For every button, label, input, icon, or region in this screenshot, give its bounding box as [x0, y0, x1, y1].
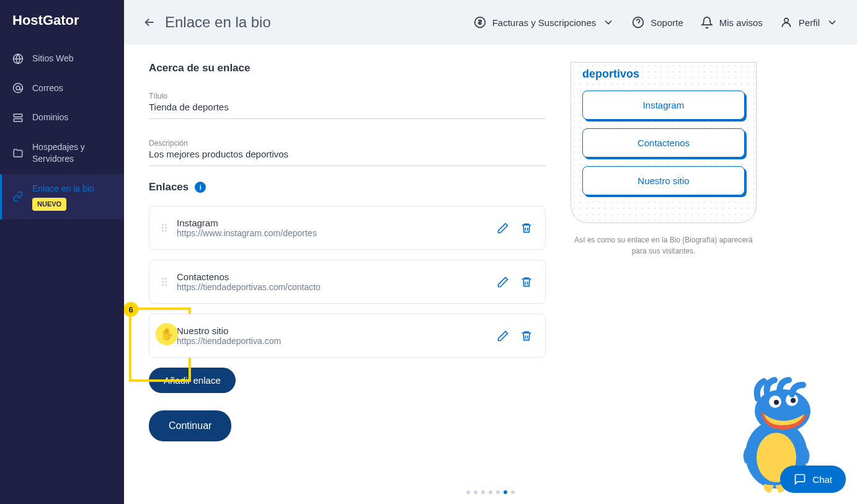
bell-icon: [701, 16, 713, 29]
sidebar-item-hosting[interactable]: Hospedajes y Servidores: [0, 133, 124, 174]
info-icon[interactable]: i: [195, 182, 206, 193]
page-title: Enlace en la bio: [165, 14, 271, 31]
link-url: https://www.instagram.com/deportes: [177, 228, 487, 238]
sidebar-item-label: Sitios Web: [32, 53, 74, 65]
sidebar-item-label: Dominios: [32, 112, 68, 124]
field-value: Los mejores productos deportivos: [149, 149, 546, 159]
preview-link: Contactenos: [582, 128, 745, 157]
arrow-left-icon: [143, 15, 156, 29]
at-icon: [12, 82, 24, 94]
title-field[interactable]: Título Tienda de deportes: [149, 87, 546, 119]
trash-icon[interactable]: [520, 276, 533, 288]
svg-point-1: [14, 84, 23, 93]
tour-step-number: 6: [124, 302, 138, 317]
trash-icon[interactable]: [520, 222, 533, 234]
sidebar-item-label: Correos: [32, 82, 63, 95]
form-column: Acerca de su enlace Título Tienda de dep…: [149, 62, 546, 487]
server-icon: [12, 112, 24, 123]
chevron-down-icon: [826, 16, 838, 29]
phone-preview: deportivos Instagram Contactenos Nuestro…: [571, 62, 757, 223]
topbar-billing[interactable]: Facturas y Suscripciones: [474, 16, 615, 29]
svg-point-12: [774, 400, 779, 405]
sidebar: HostGator Sitios Web Correos Dominios Ho…: [0, 0, 124, 504]
link-card: Contactenos https://tiendadeportivas.com…: [149, 260, 546, 304]
sidebar-item-biolink[interactable]: Enlace en la bio NUEVO: [0, 174, 124, 219]
sidebar-item-label: Hospedajes y Servidores: [32, 141, 112, 166]
new-badge: NUEVO: [32, 198, 66, 211]
user-icon: [780, 16, 793, 29]
link-name: Nuestro sitio: [177, 325, 487, 336]
chevron-down-icon: [602, 16, 615, 29]
about-heading: Acerca de su enlace: [149, 62, 546, 74]
preview-headline: deportivos: [582, 63, 745, 91]
sidebar-item-emails[interactable]: Correos: [0, 74, 124, 104]
topbar: Enlace en la bio Facturas y Suscripcione…: [124, 0, 857, 45]
drag-handle-icon[interactable]: [162, 224, 167, 232]
field-label: Descripción: [149, 139, 546, 148]
add-link-button[interactable]: Añadir enlace: [149, 368, 236, 393]
link-url: https://tiendadeportivas.com/contacto: [177, 282, 487, 292]
chat-icon: [794, 473, 806, 485]
folder-icon: [12, 148, 24, 159]
svg-point-14: [791, 398, 796, 403]
link-icon: [12, 191, 24, 202]
description-field[interactable]: Descripción Los mejores productos deport…: [149, 134, 546, 166]
preview-link: Nuestro sitio: [582, 166, 745, 195]
link-name: Contactenos: [177, 272, 487, 282]
svg-point-2: [16, 86, 20, 90]
drag-handle-icon[interactable]: [162, 278, 167, 286]
svg-point-7: [784, 18, 788, 22]
svg-rect-4: [14, 118, 22, 122]
edit-icon[interactable]: [497, 330, 509, 342]
field-label: Título: [149, 92, 546, 100]
topbar-notices[interactable]: Mis avisos: [701, 16, 763, 29]
sidebar-item-sites[interactable]: Sitios Web: [0, 44, 124, 74]
field-value: Tienda de deportes: [149, 102, 546, 112]
edit-icon[interactable]: [497, 222, 509, 234]
carousel-dots: [466, 490, 515, 494]
sidebar-item-domains[interactable]: Dominios: [0, 103, 124, 133]
continue-button[interactable]: Continuar: [149, 410, 231, 441]
globe-icon: [12, 53, 24, 64]
link-name: Instagram: [177, 218, 487, 228]
svg-rect-3: [14, 114, 22, 117]
dollar-icon: [474, 16, 486, 29]
edit-icon[interactable]: [497, 276, 509, 288]
preview-caption: Así es como su enlace en la Bio (Biograf…: [571, 234, 757, 257]
link-url: https://tiendadeportiva.com: [177, 336, 487, 346]
preview-link: Instagram: [582, 91, 745, 120]
brand-logo: HostGator: [0, 12, 124, 44]
sidebar-item-label: Enlace en la bio: [32, 183, 94, 193]
topbar-profile[interactable]: Perfil: [780, 16, 838, 29]
topbar-support[interactable]: Soporte: [632, 16, 683, 29]
links-heading: Enlaces: [149, 181, 189, 193]
chat-button[interactable]: Chat: [780, 466, 846, 493]
help-icon: [632, 16, 644, 29]
hand-cursor-icon: ✋: [156, 323, 178, 345]
link-card: ✋ Nuestro sitio https://tiendadeportiva.…: [149, 314, 546, 358]
back-button[interactable]: Enlace en la bio: [143, 14, 271, 31]
trash-icon[interactable]: [520, 330, 533, 342]
link-card: Instagram https://www.instagram.com/depo…: [149, 206, 546, 250]
main-area: Enlace en la bio Facturas y Suscripcione…: [124, 0, 857, 504]
